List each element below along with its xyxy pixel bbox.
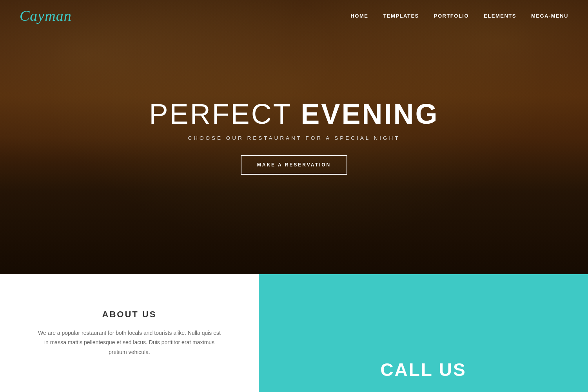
hero-title-bold: EVENING [301, 98, 439, 130]
reservation-button[interactable]: MAKE A RESERVATION [241, 155, 347, 175]
nav-links: HOME TEMPLATES PORTFOLIO ELEMENTS MEGA-M… [350, 12, 568, 19]
hero-title: PERFECT EVENING [149, 100, 439, 128]
nav-link-templates[interactable]: TEMPLATES [383, 13, 419, 19]
navbar: Cayman HOME TEMPLATES PORTFOLIO ELEMENTS… [0, 0, 588, 31]
hero-title-light: PERFECT [149, 98, 301, 130]
nav-item-mega-menu[interactable]: MEGA-MENU [531, 12, 568, 19]
nav-link-portfolio[interactable]: PORTFOLIO [434, 13, 469, 19]
hero-content: PERFECT EVENING CHOOSE OUR RESTAURANT FO… [0, 0, 588, 274]
nav-item-portfolio[interactable]: PORTFOLIO [434, 12, 469, 19]
about-body: We are a popular restaurant for both loc… [35, 328, 223, 357]
nav-item-elements[interactable]: ELEMENTS [484, 12, 516, 19]
hero-subtitle: CHOOSE OUR RESTAURANT FOR A SPECIAL NIGH… [188, 135, 400, 141]
brand-logo[interactable]: Cayman [20, 7, 72, 24]
hero-section: Cayman HOME TEMPLATES PORTFOLIO ELEMENTS… [0, 0, 588, 274]
about-section: ABOUT US We are a popular restaurant for… [0, 274, 259, 392]
nav-link-mega-menu[interactable]: MEGA-MENU [531, 13, 568, 19]
nav-item-templates[interactable]: TEMPLATES [383, 12, 419, 19]
below-hero-section: ABOUT US We are a popular restaurant for… [0, 274, 588, 392]
nav-link-elements[interactable]: ELEMENTS [484, 13, 516, 19]
call-title: CALL US [380, 359, 466, 380]
nav-item-home[interactable]: HOME [350, 12, 368, 19]
about-title: ABOUT US [102, 309, 157, 320]
call-section: CALL US [259, 274, 588, 392]
nav-link-home[interactable]: HOME [350, 13, 368, 19]
